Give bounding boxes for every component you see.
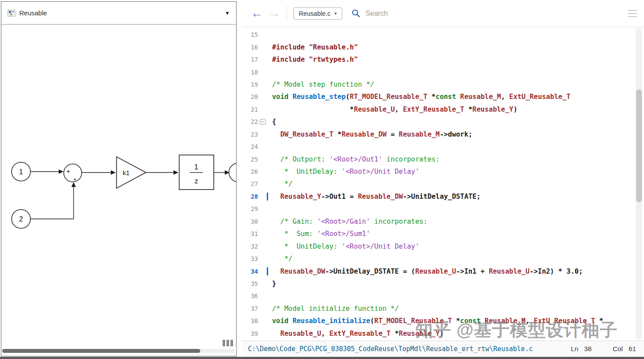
- sum-block[interactable]: + +: [64, 164, 82, 183]
- code-line[interactable]: 30 /* Gain: '<Root>/Gain' incorporates:: [242, 215, 635, 228]
- code-line[interactable]: 26 * UnitDelay: '<Root>/Unit Delay': [242, 165, 635, 178]
- code-text: Reusable_Y->Out1 = Reusable_DW->UnitDela…: [267, 193, 481, 201]
- code-line[interactable]: 28 Reusable_Y->Out1 = Reusable_DW->UnitD…: [242, 190, 635, 203]
- code-text: /* Model initialize function */: [267, 305, 399, 313]
- code-token: ->In2) * 3.0;: [530, 267, 583, 275]
- horizontal-scrollbar[interactable]: [2, 349, 234, 353]
- line-gutter[interactable]: 35: [242, 280, 267, 287]
- code-line[interactable]: 21 *Reusable_U, ExtY_Reusable_T *Reusabl…: [242, 103, 635, 116]
- line-gutter[interactable]: 16: [242, 44, 267, 51]
- code-token: Reusable_Y: [280, 193, 321, 201]
- code-line[interactable]: 24: [242, 141, 635, 153]
- line-number: 20: [251, 93, 258, 100]
- search-icon[interactable]: [351, 9, 361, 18]
- line-gutter[interactable]: 28: [242, 193, 267, 200]
- line-gutter[interactable]: 18: [242, 69, 267, 76]
- code-line[interactable]: 34 Reusable_DW->UnitDelay_DSTATE = (Reus…: [242, 265, 635, 277]
- vertical-scrollbar[interactable]: [636, 28, 642, 340]
- line-gutter[interactable]: 33: [242, 255, 267, 262]
- line-gutter[interactable]: 27: [242, 180, 267, 187]
- code-line[interactable]: 31 * Sum: '<Root>/Sum1': [242, 228, 635, 240]
- line-gutter[interactable]: 20: [242, 93, 267, 100]
- code-line[interactable]: 29: [242, 203, 635, 215]
- search-input[interactable]: [366, 10, 623, 18]
- sum-plus-left: +: [67, 167, 71, 175]
- model-icon: [7, 9, 15, 17]
- column-label: Col: [612, 345, 623, 353]
- code-editor[interactable]: 1516#include "Reusable.h"17#include "rtw…: [242, 27, 635, 341]
- model-selector[interactable]: Reusable ▼: [1, 2, 236, 25]
- line-gutter[interactable]: 26: [242, 168, 267, 175]
- code-line[interactable]: 22−{: [242, 116, 635, 128]
- code-line[interactable]: 18: [242, 66, 635, 78]
- forward-arrow-icon[interactable]: →: [268, 7, 280, 19]
- line-gutter[interactable]: 22−: [242, 118, 267, 125]
- model-panel: Reusable ▼ 1 + +: [1, 1, 237, 356]
- line-gutter[interactable]: 15: [242, 31, 267, 38]
- code-text: /* Outport: '<Root>/Out1' incorporates:: [267, 155, 440, 163]
- line-gutter[interactable]: 23: [242, 131, 267, 138]
- horizontal-scrollbar-thumb[interactable]: [2, 349, 200, 353]
- code-token: *: [428, 93, 436, 101]
- code-line[interactable]: 23 DW_Reusable_T *Reusable_DW = Reusable…: [242, 128, 635, 141]
- code-token: [272, 218, 280, 225]
- inport2-block[interactable]: 2: [12, 210, 31, 229]
- resize-grip-icon[interactable]: [223, 340, 233, 346]
- line-gutter[interactable]: 19: [242, 81, 267, 88]
- code-token: Reusable_U: [415, 267, 456, 275]
- outport-block[interactable]: [229, 163, 237, 182]
- line-number: 25: [251, 156, 258, 163]
- line-gutter[interactable]: 34: [242, 268, 267, 275]
- line-gutter[interactable]: 29: [242, 205, 267, 212]
- line-gutter[interactable]: 24: [242, 143, 267, 150]
- line-number: 22: [251, 118, 258, 125]
- code-token: ,: [395, 106, 403, 113]
- line-gutter[interactable]: 32: [242, 243, 267, 250]
- line-gutter[interactable]: 30: [242, 218, 267, 225]
- vertical-scrollbar-thumb[interactable]: [636, 89, 642, 202]
- line-gutter[interactable]: 39: [242, 330, 267, 337]
- line-gutter[interactable]: 25: [242, 156, 267, 163]
- code-line[interactable]: 32 * UnitDelay: '<Root>/Unit Delay': [242, 240, 635, 252]
- code-line[interactable]: 16#include "Reusable.h": [242, 41, 635, 53]
- code-token: * UnitDelay:: [284, 168, 342, 176]
- line-gutter[interactable]: 36: [242, 292, 267, 299]
- code-line[interactable]: 19/* Model step function */: [242, 78, 635, 91]
- line-gutter[interactable]: 38: [242, 317, 267, 324]
- line-gutter[interactable]: 17: [242, 56, 267, 63]
- file-dropdown[interactable]: Reusable.c ▾: [294, 7, 342, 20]
- line-number: 38: [251, 317, 258, 324]
- chevron-down-icon[interactable]: ▼: [225, 10, 230, 16]
- code-token: [272, 168, 284, 176]
- code-line[interactable]: 35}: [242, 278, 635, 290]
- code-line[interactable]: 27 */: [242, 178, 635, 190]
- fold-icon[interactable]: −: [260, 119, 265, 125]
- back-arrow-icon[interactable]: ←: [251, 7, 263, 19]
- code-line[interactable]: 20void Reusable_step(RT_MODEL_Reusable_T…: [242, 91, 635, 103]
- line-gutter[interactable]: 31: [242, 230, 267, 237]
- code-token: '<Root>/Unit Delay': [342, 168, 419, 176]
- code-line[interactable]: 25 /* Outport: '<Root>/Out1' incorporate…: [242, 153, 635, 165]
- unit-delay-block[interactable]: 1 z: [179, 155, 214, 190]
- line-gutter[interactable]: 21: [242, 106, 267, 113]
- code-token: =: [386, 130, 399, 138]
- code-line[interactable]: 17#include "rtwtypes.h": [242, 53, 635, 66]
- status-bar: C:\Demo\Code_PCG\PCG_030305_CodeReuse\To…: [242, 341, 644, 357]
- line-gutter[interactable]: 37: [242, 305, 267, 312]
- code-token: '<Root>/Gain': [317, 218, 370, 225]
- code-line[interactable]: 33 */: [242, 253, 635, 265]
- signal-line[interactable]: [31, 187, 74, 219]
- code-line[interactable]: 15: [242, 28, 635, 41]
- hamburger-menu-icon[interactable]: [628, 10, 637, 17]
- line-number: 32: [251, 243, 258, 250]
- code-token: [456, 93, 460, 101]
- code-line[interactable]: 37/* Model initialize function */: [242, 303, 635, 315]
- code-token: void: [272, 317, 293, 325]
- gain-block[interactable]: k1: [117, 157, 146, 188]
- code-token: Reusable_M: [460, 93, 501, 101]
- line-number: 34: [251, 268, 258, 275]
- inport1-label: 1: [19, 168, 23, 176]
- code-line[interactable]: 36: [242, 290, 635, 302]
- inport1-block[interactable]: 1: [12, 162, 31, 181]
- code-token: Reusable_U: [354, 106, 395, 113]
